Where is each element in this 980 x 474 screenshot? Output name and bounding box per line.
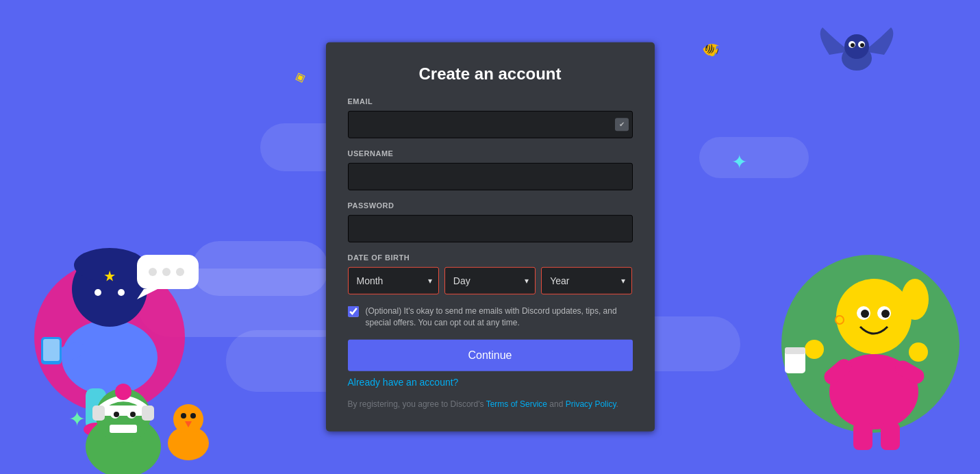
year-select[interactable]: Year202420232022202120202010200019901980… (541, 267, 632, 295)
svg-point-4 (95, 289, 101, 296)
svg-text:✦: ✦ (68, 408, 86, 430)
svg-point-39 (901, 279, 929, 320)
password-group: PASSWORD (348, 201, 633, 242)
svg-point-29 (115, 384, 131, 400)
top-right-creature (816, 21, 898, 89)
svg-point-58 (860, 43, 864, 47)
email-label: EMAIL (348, 97, 633, 105)
email-opt-in-row: (Optional) It's okay to send me emails w… (348, 305, 633, 329)
tos-text-and: and (547, 399, 566, 408)
svg-point-33 (181, 413, 186, 419)
svg-rect-52 (881, 423, 900, 450)
dob-selects-row: MonthJanuaryFebruaryMarchAprilMayJuneJul… (348, 267, 633, 295)
svg-point-44 (835, 316, 844, 324)
svg-point-47 (805, 340, 824, 359)
svg-point-48 (909, 342, 928, 362)
top-fish-2: 🐠 (701, 38, 723, 60)
month-select-wrapper: MonthJanuaryFebruaryMarchAprilMayJuneJul… (348, 267, 439, 295)
tos-link-1[interactable]: Terms of Service (486, 399, 547, 408)
already-have-account-link[interactable]: Already have an account? (348, 376, 633, 387)
email-input-wrapper: ✔ (348, 111, 633, 138)
sparkle-decoration: ✦ (731, 151, 747, 173)
password-label: PASSWORD (348, 201, 633, 210)
username-input[interactable] (348, 163, 633, 190)
svg-point-16 (149, 268, 157, 276)
day-select[interactable]: Day1234567891011121314151617181920212223… (444, 267, 536, 295)
svg-rect-23 (142, 406, 154, 421)
dob-group: DATE OF BIRTH MonthJanuaryFebruaryMarchA… (348, 253, 633, 295)
svg-point-42 (861, 310, 869, 318)
dob-label: DATE OF BIRTH (348, 253, 633, 262)
tos-text-after: . (616, 399, 618, 408)
email-group: EMAIL ✔ (348, 97, 633, 138)
day-select-wrapper: Day1234567891011121314151617181920212223… (444, 267, 536, 295)
svg-point-5 (118, 289, 125, 296)
svg-point-26 (114, 412, 119, 417)
year-select-wrapper: Year202420232022202120202010200019901980… (541, 267, 632, 295)
continue-button[interactable]: Continue (348, 339, 633, 371)
svg-point-17 (162, 268, 171, 276)
svg-point-18 (176, 268, 184, 276)
username-label: USERNAME (348, 149, 633, 158)
password-input[interactable] (348, 215, 633, 242)
right-character-illustration (747, 166, 966, 453)
email-opt-in-label: (Optional) It's okay to send me emails w… (366, 305, 633, 329)
month-select[interactable]: MonthJanuaryFebruaryMarchAprilMayJuneJul… (348, 267, 439, 295)
svg-rect-51 (853, 423, 872, 450)
privacy-policy-link[interactable]: Privacy Policy (566, 399, 616, 408)
svg-point-43 (881, 310, 890, 318)
svg-point-27 (130, 412, 136, 417)
svg-rect-50 (785, 347, 805, 354)
email-opt-in-checkbox[interactable] (348, 306, 359, 317)
svg-rect-22 (92, 406, 105, 421)
tos-text-before: By registering, you agree to Discord's (348, 399, 486, 408)
create-account-modal: Create an account EMAIL ✔ USERNAME PASSW… (326, 42, 655, 432)
email-icon-button[interactable]: ✔ (615, 118, 629, 131)
bottom-left-characters: ✦ (55, 337, 247, 474)
svg-point-32 (173, 404, 203, 434)
svg-point-57 (851, 43, 855, 47)
username-group: USERNAME (348, 149, 633, 190)
tos-paragraph: By registering, you agree to Discord's T… (348, 398, 633, 410)
svg-rect-28 (110, 425, 137, 433)
modal-title: Create an account (348, 64, 633, 84)
svg-point-34 (190, 413, 196, 419)
svg-point-38 (836, 279, 912, 354)
email-checkmark-icon: ✔ (619, 121, 625, 128)
bird-1: ◈ (292, 67, 307, 86)
svg-point-54 (844, 34, 869, 59)
email-input[interactable] (348, 111, 633, 138)
